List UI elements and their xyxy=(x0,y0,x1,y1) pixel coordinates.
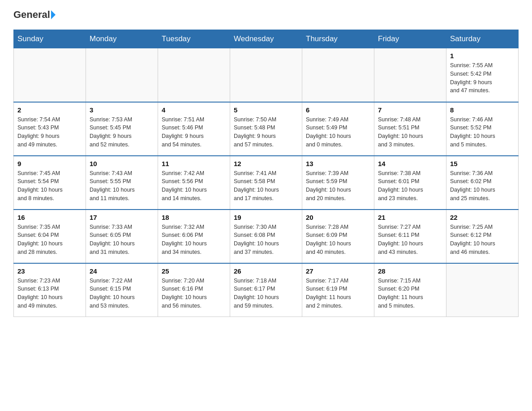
calendar-header-row: SundayMondayTuesdayWednesdayThursdayFrid… xyxy=(14,30,519,48)
calendar-day-cell: 2Sunrise: 7:54 AMSunset: 5:43 PMDaylight… xyxy=(14,102,86,156)
day-number: 10 xyxy=(90,160,154,167)
calendar-day-cell: 18Sunrise: 7:32 AMSunset: 6:06 PMDayligh… xyxy=(158,210,230,263)
calendar-day-cell xyxy=(446,263,519,317)
calendar-day-cell xyxy=(14,48,86,102)
calendar-day-cell: 15Sunrise: 7:36 AMSunset: 6:02 PMDayligh… xyxy=(446,156,519,210)
day-number: 21 xyxy=(378,214,442,221)
day-info: Sunrise: 7:35 AMSunset: 6:04 PMDaylight:… xyxy=(17,223,82,257)
calendar-day-cell: 7Sunrise: 7:48 AMSunset: 5:51 PMDaylight… xyxy=(374,102,446,156)
day-number: 20 xyxy=(306,214,370,221)
calendar-day-cell: 19Sunrise: 7:30 AMSunset: 6:08 PMDayligh… xyxy=(230,210,302,263)
day-info: Sunrise: 7:30 AMSunset: 6:08 PMDaylight:… xyxy=(234,223,298,257)
calendar-day-cell: 21Sunrise: 7:27 AMSunset: 6:11 PMDayligh… xyxy=(374,210,446,263)
day-info: Sunrise: 7:50 AMSunset: 5:48 PMDaylight:… xyxy=(234,116,298,149)
day-info: Sunrise: 7:15 AMSunset: 6:20 PMDaylight:… xyxy=(378,277,442,310)
day-number: 13 xyxy=(306,160,370,167)
day-number: 15 xyxy=(450,160,515,167)
calendar-day-cell: 20Sunrise: 7:28 AMSunset: 6:09 PMDayligh… xyxy=(302,210,374,263)
calendar-day-cell: 4Sunrise: 7:51 AMSunset: 5:46 PMDaylight… xyxy=(158,102,230,156)
day-of-week-header: Friday xyxy=(374,30,446,48)
day-info: Sunrise: 7:55 AMSunset: 5:42 PMDaylight:… xyxy=(450,61,515,95)
calendar-day-cell: 14Sunrise: 7:38 AMSunset: 6:01 PMDayligh… xyxy=(374,156,446,210)
day-info: Sunrise: 7:53 AMSunset: 5:45 PMDaylight:… xyxy=(90,116,154,149)
day-of-week-header: Thursday xyxy=(302,30,374,48)
day-number: 2 xyxy=(17,106,82,114)
day-info: Sunrise: 7:22 AMSunset: 6:15 PMDaylight:… xyxy=(90,277,154,310)
calendar-day-cell: 22Sunrise: 7:25 AMSunset: 6:12 PMDayligh… xyxy=(446,210,519,263)
day-number: 14 xyxy=(378,160,442,167)
calendar-day-cell: 27Sunrise: 7:17 AMSunset: 6:19 PMDayligh… xyxy=(302,263,374,317)
day-info: Sunrise: 7:49 AMSunset: 5:49 PMDaylight:… xyxy=(306,116,370,149)
calendar-day-cell: 8Sunrise: 7:46 AMSunset: 5:52 PMDaylight… xyxy=(446,102,519,156)
day-number: 25 xyxy=(162,267,226,275)
day-number: 5 xyxy=(234,106,298,114)
calendar-week-row: 9Sunrise: 7:45 AMSunset: 5:54 PMDaylight… xyxy=(14,156,519,210)
calendar-day-cell: 24Sunrise: 7:22 AMSunset: 6:15 PMDayligh… xyxy=(86,263,158,317)
calendar-day-cell: 28Sunrise: 7:15 AMSunset: 6:20 PMDayligh… xyxy=(374,263,446,317)
day-info: Sunrise: 7:28 AMSunset: 6:09 PMDaylight:… xyxy=(306,223,370,257)
calendar-week-row: 16Sunrise: 7:35 AMSunset: 6:04 PMDayligh… xyxy=(14,210,519,263)
calendar-day-cell xyxy=(302,48,374,102)
day-number: 9 xyxy=(17,160,82,167)
calendar-day-cell: 13Sunrise: 7:39 AMSunset: 5:59 PMDayligh… xyxy=(302,156,374,210)
calendar-week-row: 1Sunrise: 7:55 AMSunset: 5:42 PMDaylight… xyxy=(14,48,519,102)
logo-general: General xyxy=(13,9,50,21)
day-info: Sunrise: 7:42 AMSunset: 5:56 PMDaylight:… xyxy=(162,169,226,203)
day-number: 27 xyxy=(306,267,370,275)
day-info: Sunrise: 7:18 AMSunset: 6:17 PMDaylight:… xyxy=(234,277,298,310)
day-number: 28 xyxy=(378,267,442,275)
day-info: Sunrise: 7:17 AMSunset: 6:19 PMDaylight:… xyxy=(306,277,370,310)
day-number: 1 xyxy=(450,52,515,60)
day-number: 22 xyxy=(450,214,515,221)
calendar-day-cell: 10Sunrise: 7:43 AMSunset: 5:55 PMDayligh… xyxy=(86,156,158,210)
day-number: 6 xyxy=(306,106,370,114)
logo-arrow-icon xyxy=(51,10,56,19)
day-number: 24 xyxy=(90,267,154,275)
page-header: General xyxy=(13,9,519,21)
calendar-day-cell: 11Sunrise: 7:42 AMSunset: 5:56 PMDayligh… xyxy=(158,156,230,210)
calendar-day-cell: 23Sunrise: 7:23 AMSunset: 6:13 PMDayligh… xyxy=(14,263,86,317)
day-info: Sunrise: 7:20 AMSunset: 6:16 PMDaylight:… xyxy=(162,277,226,310)
day-number: 17 xyxy=(90,214,154,221)
calendar-day-cell: 1Sunrise: 7:55 AMSunset: 5:42 PMDaylight… xyxy=(446,48,519,102)
day-info: Sunrise: 7:23 AMSunset: 6:13 PMDaylight:… xyxy=(17,277,82,310)
day-info: Sunrise: 7:54 AMSunset: 5:43 PMDaylight:… xyxy=(17,116,82,149)
calendar-day-cell: 26Sunrise: 7:18 AMSunset: 6:17 PMDayligh… xyxy=(230,263,302,317)
calendar-week-row: 2Sunrise: 7:54 AMSunset: 5:43 PMDaylight… xyxy=(14,102,519,156)
calendar-day-cell xyxy=(158,48,230,102)
day-info: Sunrise: 7:43 AMSunset: 5:55 PMDaylight:… xyxy=(90,169,154,203)
day-of-week-header: Tuesday xyxy=(158,30,230,48)
calendar-day-cell xyxy=(374,48,446,102)
day-number: 16 xyxy=(17,214,82,221)
day-info: Sunrise: 7:45 AMSunset: 5:54 PMDaylight:… xyxy=(17,169,82,203)
calendar-day-cell: 16Sunrise: 7:35 AMSunset: 6:04 PMDayligh… xyxy=(14,210,86,263)
day-number: 8 xyxy=(450,106,515,114)
calendar-day-cell: 5Sunrise: 7:50 AMSunset: 5:48 PMDaylight… xyxy=(230,102,302,156)
day-number: 18 xyxy=(162,214,226,221)
day-of-week-header: Wednesday xyxy=(230,30,302,48)
day-info: Sunrise: 7:38 AMSunset: 6:01 PMDaylight:… xyxy=(378,169,442,203)
logo: General xyxy=(13,9,56,21)
day-info: Sunrise: 7:25 AMSunset: 6:12 PMDaylight:… xyxy=(450,223,515,257)
calendar-day-cell: 3Sunrise: 7:53 AMSunset: 5:45 PMDaylight… xyxy=(86,102,158,156)
calendar-table: SundayMondayTuesdayWednesdayThursdayFrid… xyxy=(13,30,519,317)
calendar-day-cell: 12Sunrise: 7:41 AMSunset: 5:58 PMDayligh… xyxy=(230,156,302,210)
calendar-day-cell: 9Sunrise: 7:45 AMSunset: 5:54 PMDaylight… xyxy=(14,156,86,210)
calendar-day-cell xyxy=(86,48,158,102)
day-number: 26 xyxy=(234,267,298,275)
day-of-week-header: Monday xyxy=(86,30,158,48)
day-info: Sunrise: 7:33 AMSunset: 6:05 PMDaylight:… xyxy=(90,223,154,257)
day-number: 7 xyxy=(378,106,442,114)
day-info: Sunrise: 7:39 AMSunset: 5:59 PMDaylight:… xyxy=(306,169,370,203)
day-number: 4 xyxy=(162,106,226,114)
calendar-week-row: 23Sunrise: 7:23 AMSunset: 6:13 PMDayligh… xyxy=(14,263,519,317)
day-info: Sunrise: 7:32 AMSunset: 6:06 PMDaylight:… xyxy=(162,223,226,257)
calendar-day-cell: 17Sunrise: 7:33 AMSunset: 6:05 PMDayligh… xyxy=(86,210,158,263)
day-number: 11 xyxy=(162,160,226,167)
day-of-week-header: Saturday xyxy=(446,30,519,48)
day-number: 23 xyxy=(17,267,82,275)
day-info: Sunrise: 7:46 AMSunset: 5:52 PMDaylight:… xyxy=(450,116,515,149)
day-of-week-header: Sunday xyxy=(14,30,86,48)
day-info: Sunrise: 7:27 AMSunset: 6:11 PMDaylight:… xyxy=(378,223,442,257)
calendar-day-cell: 6Sunrise: 7:49 AMSunset: 5:49 PMDaylight… xyxy=(302,102,374,156)
